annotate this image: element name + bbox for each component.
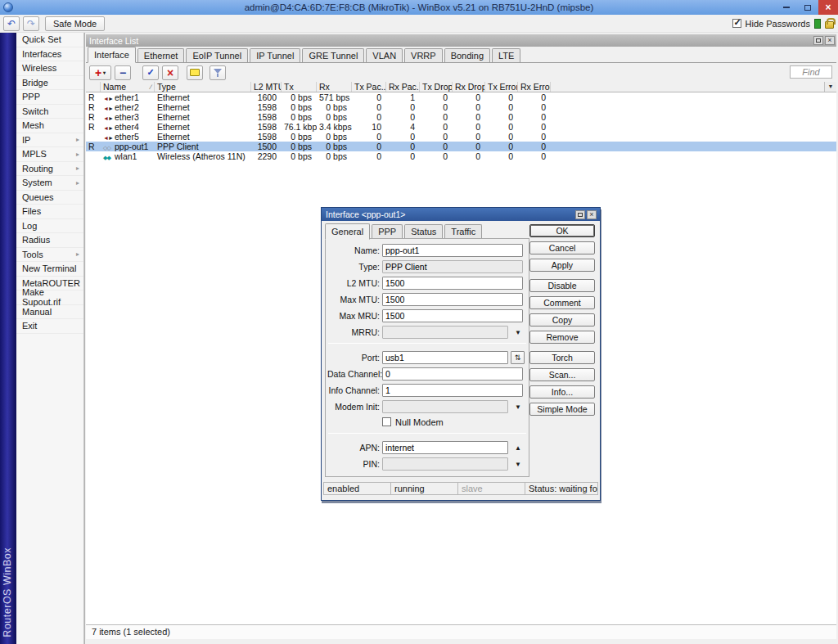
panel-close-button[interactable]: ×	[825, 36, 835, 45]
interface-row-ether2[interactable]: R◄►ether2Ethernet15980 bps0 bps000000	[86, 102, 836, 112]
tab-lte[interactable]: LTE	[492, 48, 520, 62]
sidebar-item-files[interactable]: Files	[16, 205, 83, 219]
add-button[interactable]: +▾	[89, 65, 111, 80]
enable-button[interactable]: ✓	[142, 65, 159, 80]
sidebar-item-system[interactable]: System▸	[16, 176, 83, 191]
sidebar-item-ppp[interactable]: PPP	[16, 90, 83, 105]
field-input-max-mru[interactable]	[382, 309, 523, 322]
column-chooser-dropdown[interactable]: ▼	[824, 82, 836, 92]
remove-button[interactable]: −	[115, 65, 131, 80]
sidebar-item-bridge[interactable]: Bridge	[16, 76, 83, 91]
hide-passwords-checkbox[interactable]	[732, 19, 741, 28]
sidebar-item-tools[interactable]: Tools▸	[16, 248, 83, 263]
column-header-name[interactable]: Name∕	[101, 82, 155, 92]
field-input-port[interactable]	[382, 351, 508, 364]
sidebar-item-queues[interactable]: Queues	[16, 191, 83, 205]
field-input-max-mtu[interactable]	[382, 293, 523, 306]
field-input-info-channel[interactable]	[382, 384, 523, 397]
field-input-l2-mtu[interactable]	[382, 277, 523, 290]
down-arrow-icon[interactable]: ▼	[515, 461, 521, 468]
tab-vlan[interactable]: VLAN	[366, 48, 403, 62]
panel-restore-button[interactable]	[813, 36, 823, 45]
up-arrow-icon[interactable]: ▲	[515, 444, 521, 452]
field-input-type[interactable]	[382, 260, 523, 273]
port-updown-button[interactable]: ⇅	[511, 351, 525, 364]
sidebar-item-radius[interactable]: Radius	[16, 233, 83, 248]
undo-button[interactable]: ↶	[3, 16, 20, 31]
column-header-l2-mtu[interactable]: L2 MTU	[251, 82, 282, 92]
tab-ip-tunnel[interactable]: IP Tunnel	[250, 48, 300, 62]
field-input-pin[interactable]	[382, 457, 508, 471]
sidebar-item-ip[interactable]: IP▸	[16, 133, 83, 148]
find-button[interactable]: Find	[790, 65, 832, 79]
dialog-tab-traffic[interactable]: Traffic	[444, 224, 482, 238]
dialog-tab-status[interactable]: Status	[404, 224, 443, 238]
interface-row-ether3[interactable]: R◄►ether3Ethernet15980 bps0 bps000000	[86, 112, 836, 122]
redo-button[interactable]: ↷	[23, 16, 39, 31]
null-modem-checkbox[interactable]	[382, 417, 391, 426]
sidebar-item-log[interactable]: Log	[16, 219, 83, 234]
torch-button[interactable]: Torch	[529, 351, 595, 364]
column-header-tx-pac[interactable]: Tx Pac...	[352, 82, 386, 92]
column-header-rx-pac[interactable]: Rx Pac...	[386, 82, 420, 92]
row-name-cell: ◄►ether1	[101, 92, 155, 102]
scan-button[interactable]: Scan...	[529, 368, 595, 381]
sidebar-item-mpls[interactable]: MPLS▸	[16, 147, 83, 162]
filter-button[interactable]	[210, 65, 226, 80]
simple-mode-button[interactable]: Simple Mode	[529, 403, 595, 416]
minimize-button[interactable]	[776, 0, 797, 15]
sidebar-item-quick-set[interactable]: Quick Set	[16, 33, 83, 47]
disable-button[interactable]: ×	[162, 65, 178, 80]
field-input-mrru[interactable]	[382, 326, 508, 339]
interface-row-ether1[interactable]: R◄►ether1Ethernet16000 bps571 bps010000	[86, 92, 836, 102]
column-header-tx[interactable]: Tx	[282, 82, 317, 92]
down-arrow-icon[interactable]: ▼	[515, 329, 521, 336]
apply-button[interactable]: Apply	[529, 259, 595, 272]
tab-gre-tunnel[interactable]: GRE Tunnel	[302, 48, 364, 62]
tab-ethernet[interactable]: Ethernet	[137, 48, 185, 62]
interface-row-ether5[interactable]: ◄►ether5Ethernet15980 bps0 bps000000	[86, 132, 836, 142]
dialog-tab-ppp[interactable]: PPP	[372, 224, 403, 238]
safe-mode-button[interactable]: Safe Mode	[45, 16, 105, 31]
sidebar-item-wireless[interactable]: Wireless	[16, 61, 83, 76]
info-button[interactable]: Info...	[529, 385, 595, 399]
tab-vrrp[interactable]: VRRP	[404, 48, 443, 62]
close-button[interactable]: ×	[818, 0, 838, 15]
tab-bonding[interactable]: Bonding	[444, 48, 490, 62]
comment-button[interactable]	[187, 65, 203, 80]
field-input-name[interactable]	[382, 244, 523, 257]
remove-button[interactable]: Remove	[529, 331, 595, 344]
cancel-button[interactable]: Cancel	[529, 241, 595, 254]
sidebar-item-routing[interactable]: Routing▸	[16, 162, 83, 177]
sidebar-item-new-terminal[interactable]: New Terminal	[16, 262, 83, 277]
sidebar-item-make-supout-rif[interactable]: Make Supout.rif	[16, 290, 83, 305]
restore-button[interactable]	[797, 0, 818, 15]
sidebar-item-interfaces[interactable]: Interfaces	[16, 47, 83, 62]
column-header-type[interactable]: Type	[155, 82, 251, 92]
dialog-close-button[interactable]: ×	[587, 210, 597, 219]
sidebar-item-mesh[interactable]: Mesh	[16, 119, 83, 133]
dialog-tab-general[interactable]: General	[325, 223, 370, 240]
copy-button[interactable]: Copy	[529, 313, 595, 327]
sidebar-item-switch[interactable]: Switch	[16, 105, 83, 119]
interface-row-ether4[interactable]: R◄►ether4Ethernet159876.1 kbps3.4 kbps10…	[86, 122, 836, 132]
column-header-tx-drops[interactable]: Tx Drops	[420, 82, 453, 92]
sidebar-item-exit[interactable]: Exit	[16, 319, 83, 334]
column-header-flag[interactable]	[86, 82, 101, 92]
ok-button[interactable]: OK	[529, 224, 595, 237]
field-input-data-channel[interactable]	[382, 367, 523, 381]
interface-row-wlan1[interactable]: ◆◆wlan1Wireless (Atheros 11N)22900 bps0 …	[86, 151, 836, 161]
field-input-modem-init[interactable]	[382, 400, 508, 413]
comment-button[interactable]: Comment	[529, 296, 595, 309]
dialog-restore-button[interactable]	[575, 210, 585, 219]
tab-eoip-tunnel[interactable]: EoIP Tunnel	[186, 48, 248, 62]
column-header-rx[interactable]: Rx	[317, 82, 352, 92]
interface-row-ppp-out1[interactable]: R◇◇ppp-out1PPP Client15000 bps0 bps00000…	[86, 142, 836, 151]
column-header-tx-errors[interactable]: Tx Errors	[485, 82, 518, 92]
down-arrow-icon[interactable]: ▼	[515, 403, 521, 411]
disable-button[interactable]: Disable	[529, 279, 595, 292]
column-header-rx-errors[interactable]: Rx Errors	[518, 82, 551, 92]
column-header-rx-drops[interactable]: Rx Drops	[453, 82, 485, 92]
tab-interface[interactable]: Interface	[88, 47, 136, 63]
field-input-apn[interactable]	[382, 441, 508, 454]
